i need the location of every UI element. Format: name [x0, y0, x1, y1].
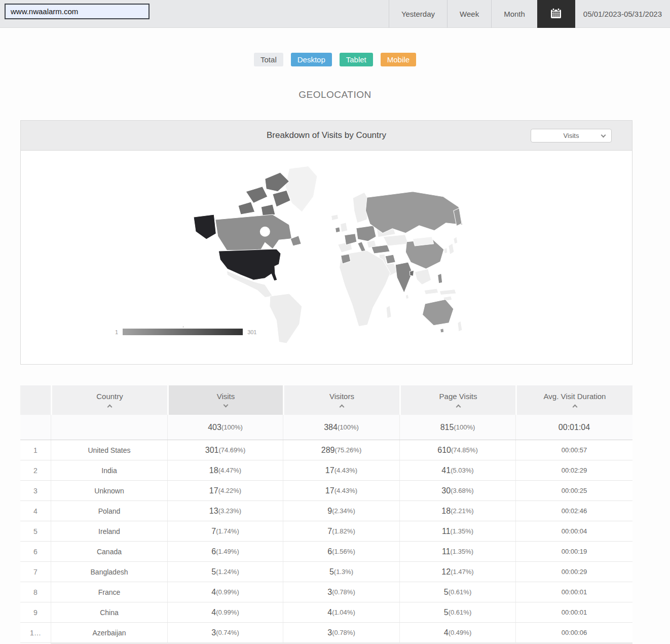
country-cell: Azerbaijan: [51, 623, 167, 642]
pages-pct: (0.61%): [449, 609, 472, 616]
visitors-cell: 9(2.34%): [283, 501, 399, 521]
top-toolbar: Yesterday Week Month 05/01/2023-05/31/20…: [0, 0, 670, 28]
calendar-button[interactable]: [537, 0, 575, 28]
legend-max-label: 301: [247, 329, 256, 335]
table-row[interactable]: 5 Ireland 7(1.74%) 7(1.82%) 11(1.35%) 00…: [20, 521, 632, 542]
sort-asc-icon[interactable]: [456, 404, 461, 409]
country-united-states[interactable]: [218, 249, 281, 281]
visits-pct: (0.99%): [216, 588, 239, 596]
visits-value: 17: [209, 486, 218, 495]
table-row[interactable]: 2 India 18(4.47%) 17(4.43%) 41(5.03%) 00…: [20, 460, 632, 481]
table-row[interactable]: 1 United States 301(74.69%) 289(75.26%) …: [20, 440, 632, 460]
visitors-pct: (0.78%): [332, 588, 355, 596]
duration-cell: 00:00:01: [515, 582, 632, 602]
visits-pct: (4.22%): [218, 487, 242, 494]
pages-cell: 5(0.61%): [399, 602, 515, 622]
table-row[interactable]: 9 China 4(0.99%) 4(1.04%) 5(0.61%) 00:00…: [20, 602, 632, 623]
totals-visitors: 384(100%): [283, 415, 399, 440]
pages-pct: (1.35%): [451, 548, 474, 555]
country-australia[interactable]: [423, 300, 454, 326]
totals-visits-pct: (100%): [221, 423, 243, 431]
country-philippines: [438, 273, 442, 283]
pages-pct: (5.03%): [451, 467, 474, 474]
metric-dropdown[interactable]: Visits: [531, 129, 612, 142]
country-usa-alaska[interactable]: [194, 214, 216, 239]
filter-mobile[interactable]: Mobile: [381, 53, 416, 66]
table-row[interactable]: 1… Azerbaijan 3(0.74%) 3(0.78%) 4(0.49%)…: [20, 623, 632, 643]
rank-cell: 6: [20, 542, 51, 561]
southeast-asia: [415, 269, 431, 284]
date-range-label: 05/01/2023-05/31/2023: [575, 0, 670, 28]
visits-cell: 301(74.69%): [167, 440, 283, 460]
visits-pct: (1.49%): [216, 548, 239, 555]
visitors-pct: (1.82%): [332, 527, 355, 535]
pages-cell: 12(1.47%): [399, 562, 515, 582]
month-button[interactable]: Month: [491, 0, 537, 28]
table-row[interactable]: 8 France 4(0.99%) 3(0.78%) 5(0.61%) 00:0…: [20, 582, 632, 602]
filter-total[interactable]: Total: [254, 53, 283, 66]
country-iraq: [385, 255, 395, 264]
filter-tablet[interactable]: Tablet: [340, 53, 373, 66]
sort-asc-icon[interactable]: [572, 404, 577, 409]
sort-desc-icon[interactable]: [224, 402, 229, 407]
country-korea: [444, 247, 448, 254]
legend-min-label: 1: [115, 329, 118, 335]
visitors-value: 7: [327, 527, 332, 536]
totals-duration: 00:01:04: [515, 415, 632, 440]
country-cell: Ireland: [51, 521, 167, 541]
sort-asc-icon[interactable]: [340, 404, 345, 409]
visitors-pct: (1.04%): [332, 609, 355, 616]
totals-country: [51, 415, 167, 440]
country-poland-germany[interactable]: [356, 226, 376, 241]
country-iceland: [331, 214, 339, 221]
week-button[interactable]: Week: [447, 0, 491, 28]
visitors-value: 4: [327, 608, 332, 617]
pages-cell: 41(5.03%): [399, 460, 515, 480]
new-zealand: [458, 321, 462, 332]
pages-value: 5: [444, 608, 449, 617]
rank-cell: 8: [20, 582, 51, 602]
visits-cell: 4(0.99%): [167, 602, 283, 622]
header-page-visits[interactable]: Page Visits: [399, 385, 515, 415]
filter-desktop[interactable]: Desktop: [291, 53, 332, 66]
header-country[interactable]: Country: [51, 385, 167, 415]
country-stats-table: Country Visits Visitors Page Visits Avg.…: [20, 385, 632, 644]
header-visitors[interactable]: Visitors: [283, 385, 399, 415]
table-row[interactable]: 6 Canada 6(1.49%) 6(1.56%) 11(1.35%) 00:…: [20, 542, 632, 562]
sort-asc-icon[interactable]: [107, 404, 113, 409]
country-bangladesh[interactable]: [410, 270, 414, 276]
rank-cell: 4: [20, 501, 51, 521]
calendar-icon: [549, 7, 563, 22]
country-russia[interactable]: [365, 192, 462, 233]
visits-cell: 17(4.22%): [167, 481, 283, 500]
central-asia: [383, 235, 408, 246]
visitors-pct: (4.43%): [334, 487, 358, 494]
visits-cell: 3(0.74%): [167, 623, 283, 642]
visitors-cell: 6(1.56%): [283, 542, 399, 561]
url-input[interactable]: [5, 4, 150, 19]
pages-cell: 11(1.35%): [399, 521, 515, 541]
table-row[interactable]: 3 Unknown 17(4.22%) 17(4.43%) 30(3.68%) …: [20, 481, 632, 501]
visits-pct: (4.47%): [218, 467, 242, 474]
table-row[interactable]: 7 Bangladesh 5(1.24%) 5(1.3%) 12(1.47%) …: [20, 562, 632, 582]
totals-pages-pct: (100%): [454, 423, 475, 431]
pages-value: 5: [444, 588, 449, 597]
pages-pct: (2.21%): [451, 507, 474, 515]
header-visits[interactable]: Visits: [167, 385, 283, 415]
country-cell: Poland: [51, 501, 167, 521]
country-france[interactable]: [345, 234, 357, 245]
country-canada[interactable]: [215, 214, 292, 252]
pages-pct: (0.49%): [449, 629, 472, 636]
table-header-row: Country Visits Visitors Page Visits Avg.…: [20, 385, 632, 415]
rank-cell: 1: [20, 440, 51, 460]
table-row[interactable]: 4 Poland 13(3.23%) 9(2.34%) 18(2.21%) 00…: [20, 501, 632, 521]
visitors-pct: (1.3%): [334, 568, 353, 576]
visits-pct: (1.74%): [216, 527, 239, 535]
visitors-cell: 17(4.43%): [283, 460, 399, 480]
header-duration[interactable]: Avg. Visit Duration: [515, 385, 632, 415]
country-india[interactable]: [395, 262, 412, 293]
duration-cell: 00:02:29: [515, 460, 632, 480]
country-ireland[interactable]: [336, 227, 341, 233]
country-uk: [341, 223, 348, 232]
yesterday-button[interactable]: Yesterday: [389, 0, 447, 28]
